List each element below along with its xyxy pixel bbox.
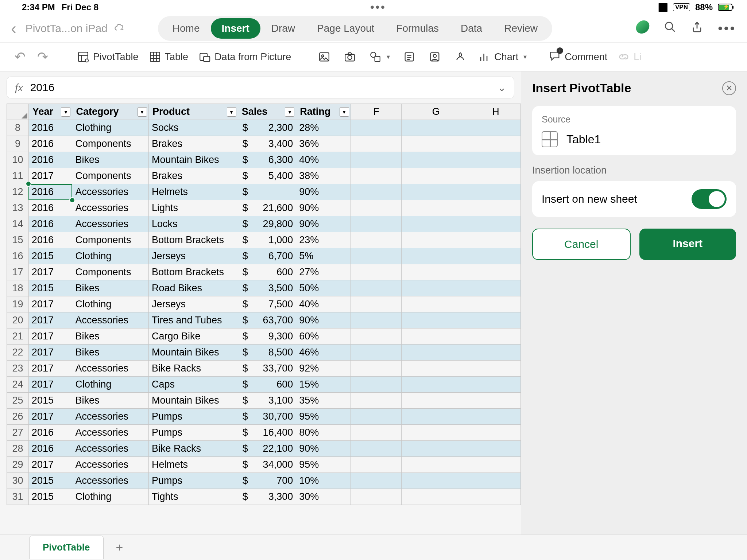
cell-category[interactable]: Clothing [72,248,149,264]
cell-year[interactable]: 2017 [28,377,72,393]
cell-category[interactable]: Accessories [72,425,149,441]
cell-sales[interactable]: $63,700 [238,312,296,328]
cloud-sync-icon[interactable] [114,22,125,35]
ribbon-tab-draw[interactable]: Draw [260,18,306,39]
multitask-dots-icon[interactable]: ••• [370,1,386,13]
cell[interactable] [470,441,521,457]
add-sheet-button[interactable]: + [109,536,131,559]
select-all-corner[interactable] [7,104,29,120]
row-header[interactable]: 16 [7,248,29,264]
more-menu-icon[interactable]: ••• [718,21,736,36]
cell-rating[interactable]: 90% [296,312,351,328]
cell-rating[interactable]: 90% [296,441,351,457]
cell-sales[interactable]: $29,800 [238,216,296,232]
cell[interactable] [351,457,401,473]
row-header[interactable]: 28 [7,441,29,457]
cell-sales[interactable]: $7,500 [238,296,296,312]
cell[interactable] [351,136,401,152]
cell-product[interactable]: Locks [148,216,238,232]
pictures-button[interactable] [314,49,335,65]
document-title[interactable]: PivotTa...on iPad [26,22,108,35]
ribbon-tab-data[interactable]: Data [450,18,493,39]
cell-year[interactable]: 2017 [28,264,72,280]
cell[interactable] [470,136,521,152]
cell-category[interactable]: Bikes [72,328,149,345]
cell-year[interactable]: 2017 [28,328,72,345]
cell[interactable] [470,184,521,200]
cell[interactable] [351,184,401,200]
cell-year[interactable]: 2016 [28,184,72,200]
row-header[interactable]: 30 [7,473,29,489]
cell-year[interactable]: 2017 [28,168,72,184]
cell-sales[interactable]: $6,700 [238,248,296,264]
cell-rating[interactable]: 27% [296,264,351,280]
search-icon[interactable] [664,21,676,36]
ribbon-tab-home[interactable]: Home [162,18,211,39]
cell[interactable] [351,216,401,232]
cell[interactable] [470,280,521,296]
cell[interactable] [351,232,401,248]
cell[interactable] [351,441,401,457]
row-header[interactable]: 8 [7,120,29,136]
cell-rating[interactable]: 28% [296,120,351,136]
cell-product[interactable]: Jerseys [148,248,238,264]
cell-category[interactable]: Accessories [72,216,149,232]
cell-rating[interactable]: 60% [296,328,351,345]
filter-icon[interactable]: ▾ [227,107,236,117]
cell-rating[interactable]: 40% [296,296,351,312]
cell-category[interactable]: Clothing [72,377,149,393]
filter-icon[interactable]: ▾ [340,107,349,117]
column-header-g[interactable]: G [401,104,470,120]
row-header[interactable]: 31 [7,489,29,505]
table-button[interactable]: Table [146,49,191,65]
cell[interactable] [351,312,401,328]
cell[interactable] [470,425,521,441]
cell-category[interactable]: Clothing [72,489,149,505]
cell-rating[interactable]: 38% [296,168,351,184]
cell-sales[interactable]: $8,500 [238,345,296,361]
cell[interactable] [470,457,521,473]
column-header-year[interactable]: Year▾ [28,104,72,120]
cell[interactable] [401,473,470,489]
shapes-button[interactable]: ▾ [365,49,394,65]
cell[interactable] [470,168,521,184]
cell-product[interactable]: Lights [148,200,238,216]
cell-year[interactable]: 2016 [28,425,72,441]
cell-category[interactable]: Accessories [72,200,149,216]
cell-rating[interactable]: 46% [296,345,351,361]
row-header[interactable]: 14 [7,216,29,232]
cell-sales[interactable]: $34,000 [238,457,296,473]
row-header[interactable]: 27 [7,425,29,441]
cell[interactable] [351,120,401,136]
cell[interactable] [401,425,470,441]
undo-button[interactable]: ↶ [11,49,29,65]
cell[interactable] [470,409,521,425]
spreadsheet-grid[interactable]: Year▾ Category▾ Product▾ Sales▾ Rating▾ … [7,104,521,534]
cell-product[interactable]: Mountain Bikes [148,345,238,361]
cell-year[interactable]: 2017 [28,345,72,361]
cell-product[interactable]: Mountain Bikes [148,152,238,168]
back-chevron-icon[interactable]: ‹ [11,19,16,38]
column-header-f[interactable]: F [351,104,401,120]
cell-category[interactable]: Bikes [72,280,149,296]
cell-product[interactable]: Helmets [148,184,238,200]
cell-year[interactable]: 2017 [28,312,72,328]
cell[interactable] [470,200,521,216]
formula-value[interactable]: 2016 [30,81,498,94]
cell[interactable] [351,328,401,345]
row-header[interactable]: 13 [7,200,29,216]
cell-sales[interactable]: $3,300 [238,489,296,505]
row-header[interactable]: 15 [7,232,29,248]
cell-year[interactable]: 2016 [28,152,72,168]
cell-category[interactable]: Clothing [72,296,149,312]
cell[interactable] [351,489,401,505]
insert-button[interactable]: Insert [639,229,736,260]
cell[interactable] [401,248,470,264]
row-header[interactable]: 21 [7,328,29,345]
filter-icon[interactable]: ▾ [285,107,294,117]
cell-sales[interactable]: $1,000 [238,232,296,248]
filter-icon[interactable]: ▾ [61,107,70,117]
cell-category[interactable]: Components [72,264,149,280]
cell[interactable] [351,409,401,425]
cell-category[interactable]: Components [72,168,149,184]
